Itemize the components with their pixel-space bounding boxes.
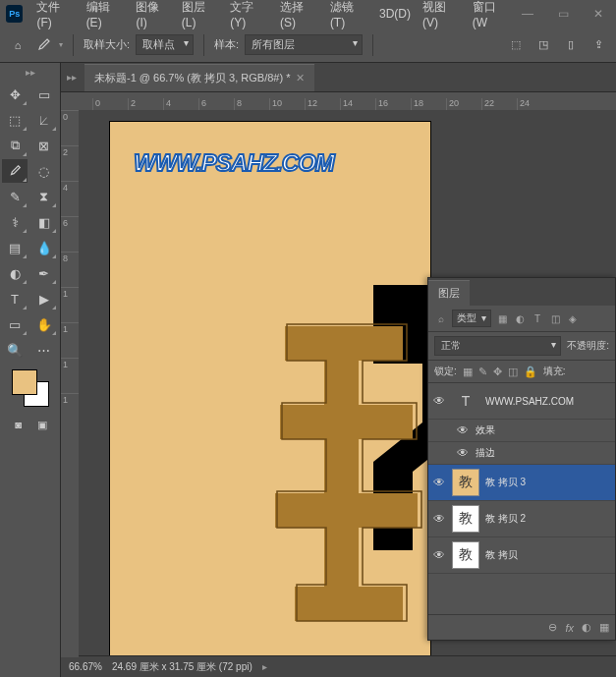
lock-artboard-icon[interactable]: ◫ xyxy=(508,366,518,378)
filter-kind-select[interactable]: 类型 xyxy=(452,310,491,327)
share-icon[interactable]: ⇪ xyxy=(588,35,608,55)
visibility-icon[interactable]: 👁 xyxy=(432,394,446,408)
status-zoom[interactable]: 66.67% xyxy=(69,661,102,672)
eraser-tool[interactable]: ◧ xyxy=(31,210,57,234)
filter-smart-icon[interactable]: ◈ xyxy=(566,311,580,325)
screenmode-icon[interactable]: ▣ xyxy=(32,417,52,432)
layers-tab[interactable]: 图层 xyxy=(428,280,470,306)
color-swatch[interactable] xyxy=(12,369,49,407)
menu-filter[interactable]: 滤镜(T) xyxy=(324,0,373,29)
document-tab[interactable]: 未标题-1 @ 66.7% (教 拷贝 3, RGB/8#) * ✕ xyxy=(84,64,314,91)
layer-thumb: 教 xyxy=(452,469,479,496)
path-select-tool[interactable]: ▶ xyxy=(31,287,57,310)
layer-row[interactable]: 👁 教 教 拷贝 3 xyxy=(428,465,615,501)
tabrow-expand-icon[interactable]: ▸▸ xyxy=(67,72,81,83)
type-tool[interactable]: T xyxy=(2,287,28,310)
layer-fx-row[interactable]: 👁 效果 xyxy=(428,420,615,442)
sample-size-label: 取样大小: xyxy=(84,37,130,52)
menu-select[interactable]: 选择(S) xyxy=(274,0,324,29)
opt-icon-1[interactable]: ⬚ xyxy=(506,35,526,55)
shape-tool[interactable]: ▭ xyxy=(2,312,28,336)
layer-row[interactable]: 👁 教 教 拷贝 xyxy=(428,537,615,574)
pen-tool[interactable]: ✒ xyxy=(31,261,57,285)
layer-thumb-text: T xyxy=(452,387,479,415)
quick-select-tool[interactable]: ◌ xyxy=(31,159,57,183)
layer-name[interactable]: WWW.PSAHZ.COM xyxy=(485,396,611,407)
layer-fx-item[interactable]: 👁 描边 xyxy=(428,442,615,465)
toolbox-expand-icon[interactable]: ▸▸ xyxy=(2,67,58,81)
layer-name[interactable]: 教 拷贝 2 xyxy=(485,512,611,526)
artboard-tool[interactable]: ▭ xyxy=(31,83,57,106)
home-icon[interactable]: ⌂ xyxy=(8,35,28,55)
brush-tool[interactable]: ✎ xyxy=(2,185,28,208)
layer-thumb: 教 xyxy=(452,505,479,533)
healing-tool[interactable]: ⚕ xyxy=(2,210,28,234)
document-canvas[interactable]: WWW.PSAHZ.COM xyxy=(110,122,430,655)
titlebar: Ps 文件(F) 编辑(E) 图像(I) 图层(L) 文字(Y) 选择(S) 滤… xyxy=(0,0,616,28)
menu-type[interactable]: 文字(Y) xyxy=(224,0,274,29)
tab-close-icon[interactable]: ✕ xyxy=(296,72,305,85)
menu-image[interactable]: 图像(I) xyxy=(130,0,175,29)
dodge-tool[interactable]: ◐ xyxy=(2,261,28,285)
window-max-icon[interactable]: ▭ xyxy=(551,7,575,21)
layer-name[interactable]: 教 拷贝 xyxy=(485,548,611,562)
filter-kind-icon[interactable]: ⌕ xyxy=(434,311,448,325)
filter-type-icon[interactable]: T xyxy=(531,311,544,325)
options-bar: ⌂ ▾ 取样大小: 取样点 样本: 所有图层 ⬚ ◳ ▯ ⇪ xyxy=(0,28,616,63)
eyedropper-tool[interactable] xyxy=(2,159,28,183)
quickmask-icon[interactable]: ◙ xyxy=(9,417,28,432)
clone-tool[interactable]: ⧗ xyxy=(31,185,57,208)
layer-mask-icon[interactable]: ◐ xyxy=(582,621,591,634)
menu-view[interactable]: 视图(V) xyxy=(417,0,467,29)
eyedropper-preset-icon[interactable] xyxy=(33,35,53,55)
lock-paint-icon[interactable]: ✎ xyxy=(478,366,487,378)
layer-name[interactable]: 教 拷贝 3 xyxy=(485,476,611,489)
app-logo: Ps xyxy=(6,5,23,23)
adjustment-icon[interactable]: ▦ xyxy=(599,621,609,634)
layer-fx-icon[interactable]: fx xyxy=(565,622,574,634)
visibility-icon[interactable]: 👁 xyxy=(432,476,446,489)
lock-trans-icon[interactable]: ▦ xyxy=(463,366,473,378)
hand-tool[interactable]: ✋ xyxy=(31,312,57,336)
sample-size-select[interactable]: 取样点 xyxy=(136,34,194,55)
filter-adjust-icon[interactable]: ◐ xyxy=(513,311,527,325)
blur-tool[interactable]: 💧 xyxy=(31,236,57,259)
menu-file[interactable]: 文件(F) xyxy=(30,0,80,29)
lock-pos-icon[interactable]: ✥ xyxy=(493,366,502,378)
gradient-tool[interactable]: ▤ xyxy=(2,236,28,259)
menu-3d[interactable]: 3D(D) xyxy=(373,7,417,21)
visibility-icon[interactable]: 👁 xyxy=(432,548,446,562)
link-layers-icon[interactable]: ⊖ xyxy=(548,621,557,634)
zoom-tool[interactable]: 🔍 xyxy=(2,338,28,362)
window-min-icon[interactable]: — xyxy=(516,7,539,21)
crop-tool[interactable]: ⧉ xyxy=(2,134,28,157)
menu-edit[interactable]: 编辑(E) xyxy=(81,0,131,29)
move-tool[interactable]: ✥ xyxy=(2,83,28,106)
menu-layer[interactable]: 图层(L) xyxy=(176,0,225,29)
marquee-tool[interactable]: ⬚ xyxy=(2,108,28,132)
status-dims: 24.69 厘米 x 31.75 厘米 (72 ppi) xyxy=(112,660,252,674)
layers-panel: 图层 ⌕ 类型 ▦ ◐ T ◫ ◈ 正常 不透明度: 锁定: ▦ ✎ ✥ ◫ 🔒… xyxy=(427,277,616,641)
filter-shape-icon[interactable]: ◫ xyxy=(548,311,562,325)
status-arrow-icon[interactable]: ▸ xyxy=(262,661,267,672)
visibility-icon[interactable]: 👁 xyxy=(456,423,470,437)
opt-icon-3[interactable]: ▯ xyxy=(561,35,581,55)
opt-icon-2[interactable]: ◳ xyxy=(533,35,553,55)
filter-pixel-icon[interactable]: ▦ xyxy=(495,311,509,325)
blend-mode-select[interactable]: 正常 xyxy=(434,336,561,356)
layer-row[interactable]: 👁 教 教 拷贝 2 xyxy=(428,501,615,537)
window-close-icon[interactable]: ✕ xyxy=(587,7,610,21)
fill-label: 填充: xyxy=(543,365,566,378)
layer-row[interactable]: 👁 T WWW.PSAHZ.COM xyxy=(428,383,615,420)
lock-all-icon[interactable]: 🔒 xyxy=(524,366,537,378)
slice-tool[interactable]: ⊠ xyxy=(31,134,57,157)
visibility-icon[interactable]: 👁 xyxy=(456,446,470,460)
sample-select[interactable]: 所有图层 xyxy=(245,34,363,55)
foreground-color[interactable] xyxy=(12,369,37,395)
tool-extra[interactable]: ⋯ xyxy=(31,338,57,362)
menu-window[interactable]: 窗口(W xyxy=(467,0,516,29)
visibility-icon[interactable]: 👁 xyxy=(432,512,446,526)
lasso-tool[interactable]: ⟀ xyxy=(31,108,57,132)
opacity-label: 不透明度: xyxy=(567,339,609,353)
ruler-horizontal: 024681012141618202224 xyxy=(61,92,616,110)
